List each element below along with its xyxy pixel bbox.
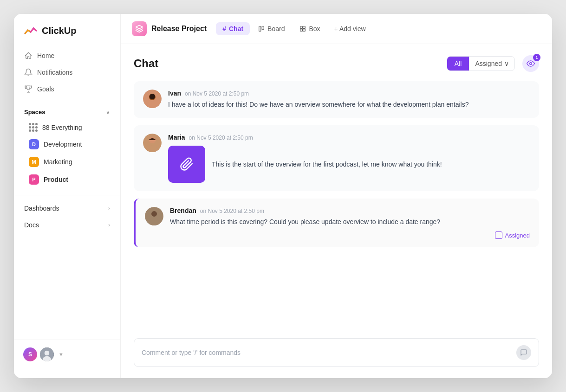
maria-avatar-image	[143, 134, 162, 152]
svg-point-13	[150, 94, 155, 99]
docs-label: Docs	[24, 221, 39, 229]
assigned-checkbox[interactable]	[495, 231, 502, 239]
msg3-header: Brendan on Nov 5 2020 at 2:50 pm	[170, 207, 530, 214]
sidebar-item-notifications[interactable]: Notifications	[19, 64, 116, 81]
project-icon	[132, 21, 147, 36]
svg-point-9	[530, 63, 532, 65]
tab-box[interactable]: Box	[293, 22, 326, 35]
svg-rect-7	[300, 29, 303, 32]
filter-all-button[interactable]: All	[447, 57, 469, 71]
attachment-thumbnail[interactable]	[168, 146, 205, 183]
docs-chevron-icon: ›	[108, 222, 110, 228]
chat-area: Chat All Assigned ∨ 1	[121, 44, 552, 378]
chat-title: Chat	[134, 57, 447, 70]
msg1-text: I have a lot of ideas for this! Do we ha…	[168, 100, 530, 109]
main-content: Release Project # Chat Board Box +	[121, 14, 552, 378]
board-tab-label: Board	[267, 25, 285, 32]
tab-board[interactable]: Board	[252, 22, 291, 35]
msg2-attachment-text: This is the start of the overview for th…	[212, 160, 442, 169]
sidebar-item-marketing[interactable]: M Marketing	[19, 153, 116, 171]
app-container: ClickUp Home Notifications Goals	[14, 14, 552, 378]
marketing-badge: M	[29, 157, 39, 167]
send-button[interactable]	[516, 345, 531, 360]
message-card: Maria on Nov 5 2020 at 2:50 pm This is t…	[134, 125, 539, 191]
trophy-icon	[24, 85, 33, 93]
watcher-badge: 1	[533, 54, 540, 61]
dashboards-label: Dashboards	[24, 205, 59, 212]
box-icon	[299, 26, 306, 32]
filter-chevron-icon: ∨	[504, 60, 509, 67]
sidebar-item-everything-label: 88 Everything	[42, 124, 82, 131]
topbar: Release Project # Chat Board Box +	[121, 14, 552, 44]
sidebar-item-home[interactable]: Home	[19, 47, 116, 64]
bell-icon	[24, 68, 33, 77]
box-tab-label: Box	[309, 25, 320, 32]
filter-assigned-button[interactable]: Assigned ∨	[469, 57, 514, 71]
sidebar-item-docs[interactable]: Docs ›	[14, 217, 120, 233]
comment-input-area[interactable]: Comment or type '/' for commands	[134, 338, 539, 367]
msg1-time: on Nov 5 2020 at 2:50 pm	[185, 90, 249, 97]
sidebar-item-notifications-label: Notifications	[37, 69, 72, 76]
msg3-text: What time period is this covering? Could…	[170, 217, 530, 227]
svg-rect-6	[303, 26, 306, 29]
add-view-label: + Add view	[334, 25, 366, 32]
sidebar-item-product-label: Product	[44, 176, 68, 183]
chat-tab-label: Chat	[229, 25, 243, 32]
message-card: Ivan on Nov 5 2020 at 2:50 pm I have a l…	[134, 81, 539, 118]
message-icon	[520, 349, 527, 356]
project-title: Release Project	[151, 25, 207, 33]
development-badge: D	[29, 139, 39, 149]
spaces-label: Spaces	[24, 109, 46, 116]
sidebar-item-marketing-label: Marketing	[44, 158, 72, 166]
sidebar-item-goals[interactable]: Goals	[19, 81, 116, 97]
comment-placeholder: Comment or type '/' for commands	[142, 349, 241, 356]
filter-assigned-label: Assigned	[475, 60, 502, 67]
sidebar-nav: Home Notifications Goals	[14, 47, 120, 97]
user2-avatar-icon	[40, 347, 54, 361]
avatar-ivan	[143, 90, 162, 108]
msg2-content: Maria on Nov 5 2020 at 2:50 pm This is t…	[168, 134, 530, 183]
watcher-button[interactable]: 1	[522, 55, 539, 72]
brendan-avatar-image	[145, 207, 163, 225]
avatar-s: S	[23, 347, 37, 361]
avatar-maria	[143, 134, 162, 152]
spaces-header[interactable]: Spaces ∨	[14, 102, 120, 119]
svg-rect-8	[303, 29, 306, 32]
tab-chat[interactable]: # Chat	[216, 22, 250, 35]
footer-chevron-icon: ▼	[59, 352, 64, 357]
chat-tab-hash: #	[222, 25, 226, 32]
sidebar-item-development-label: Development	[44, 141, 82, 148]
board-icon	[258, 26, 265, 32]
sidebar-item-everything[interactable]: 88 Everything	[19, 119, 116, 135]
sidebar-footer[interactable]: S ▼	[14, 340, 120, 369]
svg-rect-5	[300, 26, 303, 29]
sidebar-item-product[interactable]: P Product	[19, 171, 116, 188]
sidebar-sections: Dashboards › Docs ›	[14, 195, 120, 233]
clickup-logo-icon	[23, 23, 38, 38]
sidebar-item-goals-label: Goals	[37, 85, 54, 93]
spaces-chevron-icon: ∨	[106, 109, 110, 116]
chat-header: Chat All Assigned ∨ 1	[134, 55, 539, 72]
avatar-brendan	[145, 207, 163, 225]
box-3d-icon	[135, 25, 143, 33]
add-view-button[interactable]: + Add view	[329, 22, 371, 35]
ivan-avatar-image	[143, 90, 162, 108]
assigned-label: Assigned	[505, 232, 530, 239]
msg3-author: Brendan	[170, 207, 196, 214]
everything-grid-icon	[29, 123, 38, 132]
sidebar-item-development[interactable]: D Development	[19, 135, 116, 153]
msg2-attachment: This is the start of the overview for th…	[168, 146, 530, 183]
msg2-header: Maria on Nov 5 2020 at 2:50 pm	[168, 134, 530, 141]
sidebar: ClickUp Home Notifications Goals	[14, 14, 121, 378]
msg3-content: Brendan on Nov 5 2020 at 2:50 pm What ti…	[170, 207, 530, 239]
assigned-badge: Assigned	[170, 231, 530, 239]
msg2-time: on Nov 5 2020 at 2:50 pm	[189, 135, 253, 141]
sidebar-item-home-label: Home	[37, 52, 54, 59]
sidebar-item-dashboards[interactable]: Dashboards ›	[14, 200, 120, 217]
logo[interactable]: ClickUp	[14, 23, 120, 47]
filter-group: All Assigned ∨	[447, 56, 515, 71]
eye-icon	[527, 59, 535, 68]
messages-list: Ivan on Nov 5 2020 at 2:50 pm I have a l…	[134, 81, 539, 331]
svg-point-18	[151, 211, 157, 217]
svg-rect-3	[259, 26, 261, 32]
